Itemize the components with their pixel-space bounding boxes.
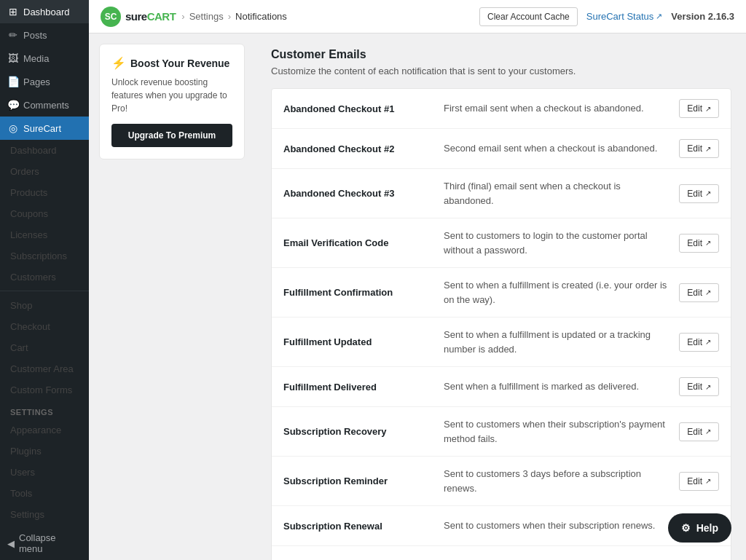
edit-button[interactable]: Edit ↗ bbox=[679, 333, 719, 352]
sc-sidebar-settings[interactable]: Settings bbox=[0, 504, 89, 525]
sc-sidebar-orders[interactable]: Orders bbox=[0, 161, 89, 182]
posts-icon: ✏ bbox=[7, 29, 19, 41]
section-subtitle: Customize the content of each notificati… bbox=[271, 66, 731, 76]
sc-sidebar-licenses[interactable]: Licenses bbox=[0, 224, 89, 245]
notification-description: Sent to customers when their subscriptio… bbox=[444, 417, 679, 446]
notification-description: Sent to customers when their subscriptio… bbox=[444, 556, 659, 560]
notification-name: Abandoned Checkout #2 bbox=[283, 143, 444, 154]
sc-sidebar-subscriptions[interactable]: Subscriptions bbox=[0, 245, 89, 267]
sc-sidebar-users[interactable]: Users bbox=[0, 462, 89, 483]
table-row: Subscription RenewalSent to customers wh… bbox=[272, 506, 731, 546]
edit-button[interactable]: Edit ↗ bbox=[679, 184, 719, 203]
edit-button[interactable]: Edit ↗ bbox=[679, 472, 719, 491]
surecart-status-link[interactable]: SureCart Status ↗ bbox=[586, 11, 663, 22]
notification-description: Sent to customers when their subscriptio… bbox=[444, 518, 679, 533]
table-row: Fulfillment ConfirmationSent to when a f… bbox=[272, 268, 731, 318]
pages-icon: 📄 bbox=[7, 76, 19, 87]
settings-section-title: Settings bbox=[0, 401, 89, 419]
sidebar-item-label: Pages bbox=[23, 76, 50, 87]
sidebar-item-comments[interactable]: 💬 Comments bbox=[0, 93, 89, 117]
sidebar-item-label: Media bbox=[23, 53, 49, 64]
table-row: Fulfillment DeliveredSent when a fulfill… bbox=[272, 367, 731, 407]
edit-button[interactable]: Edit ↗ bbox=[679, 283, 719, 302]
edit-button[interactable]: Edit ↗ bbox=[679, 422, 719, 441]
boost-card-description: Unlock revenue boosting features when yo… bbox=[111, 76, 232, 115]
sidebar-item-media[interactable]: 🖼 Media bbox=[0, 47, 89, 70]
table-row: Subscription RecoverySent to customers w… bbox=[272, 407, 731, 457]
breadcrumb: › Settings › Notifications bbox=[181, 11, 286, 22]
sidebar-item-label: SureCart bbox=[23, 123, 61, 134]
external-link-icon: ↗ bbox=[705, 477, 711, 485]
table-row: Abandoned Checkout #1First email sent wh… bbox=[272, 89, 731, 129]
sc-sidebar-tools[interactable]: Tools bbox=[0, 483, 89, 504]
edit-button[interactable]: Edit ↗ bbox=[679, 377, 719, 396]
external-link-icon: ↗ bbox=[656, 12, 662, 21]
edit-button[interactable]: Edit ↗ bbox=[679, 99, 719, 118]
external-link-icon: ↗ bbox=[705, 189, 711, 197]
help-icon: ⚙ bbox=[681, 522, 691, 534]
boost-card-header: ⚡ Boost Your Revenue bbox=[111, 56, 232, 70]
notification-description: Sent to customers to login to the custom… bbox=[444, 229, 679, 257]
version-badge: Version 2.16.3 bbox=[671, 11, 734, 22]
sidebar-item-surecart[interactable]: ◎ SureCart bbox=[0, 117, 89, 140]
clear-account-cache-button[interactable]: Clear Account Cache bbox=[479, 7, 578, 26]
notification-name: Fulfillment Updated bbox=[283, 336, 444, 347]
external-link-icon: ↗ bbox=[705, 105, 711, 113]
sc-sidebar-checkout[interactable]: Checkout bbox=[0, 316, 89, 337]
notifications-table: Abandoned Checkout #1First email sent wh… bbox=[271, 88, 731, 560]
comments-icon: 💬 bbox=[7, 99, 19, 111]
notifications-area: Customer Emails Customize the content of… bbox=[256, 33, 746, 560]
surecart-logo-icon: SC bbox=[101, 7, 121, 27]
sidebar-item-label: Comments bbox=[23, 100, 69, 111]
notification-description: Third (final) email sent when a checkout… bbox=[444, 179, 679, 208]
breadcrumb-current: Notifications bbox=[235, 11, 287, 22]
section-title: Customer Emails bbox=[271, 48, 731, 61]
sc-sidebar-cart[interactable]: Cart bbox=[0, 337, 89, 358]
notification-name: Fulfillment Delivered bbox=[283, 382, 444, 393]
sc-sidebar-custom-forms[interactable]: Custom Forms bbox=[0, 379, 89, 401]
surecart-status-label: SureCart Status bbox=[586, 11, 654, 22]
collapse-label: Collapse menu bbox=[19, 532, 82, 554]
notification-description: Sent to when a fulfillment is updated or… bbox=[444, 328, 679, 356]
boost-card: ⚡ Boost Your Revenue Unlock revenue boos… bbox=[99, 44, 245, 159]
content-inner: ⚡ Boost Your Revenue Unlock revenue boos… bbox=[89, 33, 746, 560]
external-link-icon: ↗ bbox=[705, 239, 711, 247]
sc-sidebar-coupons[interactable]: Coupons bbox=[0, 203, 89, 224]
edit-button[interactable]: Edit ↗ bbox=[679, 139, 719, 158]
left-panel: ⚡ Boost Your Revenue Unlock revenue boos… bbox=[89, 33, 256, 560]
table-row: Abandoned Checkout #2Second email sent w… bbox=[272, 129, 731, 169]
edit-button[interactable]: Edit ↗ bbox=[679, 234, 719, 253]
notification-description: Sent to customers 3 days before a subscr… bbox=[444, 467, 679, 495]
sc-sidebar-customer-area[interactable]: Customer Area bbox=[0, 358, 89, 379]
sidebar-item-dashboard[interactable]: ⊞ Dashboard bbox=[0, 0, 89, 23]
table-row: Subscription CancellationSent to custome… bbox=[272, 546, 731, 560]
breadcrumb-settings: Settings bbox=[189, 11, 224, 22]
notification-description: First email sent when a checkout is aban… bbox=[444, 101, 679, 116]
notification-name: Subscription Renewal bbox=[283, 521, 444, 532]
sidebar-item-pages[interactable]: 📄 Pages bbox=[0, 70, 89, 93]
sc-sidebar-customers[interactable]: Customers bbox=[0, 267, 89, 288]
sc-sidebar-shop[interactable]: Shop bbox=[0, 295, 89, 316]
sc-sidebar-plugins[interactable]: Plugins bbox=[0, 441, 89, 462]
media-icon: 🖼 bbox=[7, 52, 19, 64]
sidebar-item-posts[interactable]: ✏ Posts bbox=[0, 23, 89, 47]
sidebar-item-label: Posts bbox=[23, 30, 47, 41]
collapse-menu-button[interactable]: ◀ Collapse menu bbox=[0, 527, 89, 560]
help-button[interactable]: ⚙ Help bbox=[668, 513, 731, 543]
table-row: Fulfillment UpdatedSent to when a fulfil… bbox=[272, 318, 731, 367]
sidebar: ⊞ Dashboard ✏ Posts 🖼 Media 📄 Pages 💬 Co… bbox=[0, 0, 89, 560]
sidebar-item-label: Dashboard bbox=[23, 7, 70, 17]
help-label: Help bbox=[696, 522, 718, 534]
notification-name: Fulfillment Confirmation bbox=[283, 287, 444, 298]
sc-sidebar-dashboard[interactable]: Dashboard bbox=[0, 140, 89, 161]
main-area: SC sureCART › Settings › Notifications C… bbox=[89, 0, 746, 560]
collapse-icon: ◀ bbox=[7, 538, 15, 549]
notification-name: Subscription Reminder bbox=[283, 476, 444, 486]
external-link-icon: ↗ bbox=[705, 145, 711, 153]
upgrade-to-premium-button[interactable]: Upgrade To Premium bbox=[111, 124, 232, 147]
sc-sidebar-products[interactable]: Products bbox=[0, 182, 89, 203]
notification-description: Sent to when a fulfillment is created (i… bbox=[444, 278, 679, 307]
external-link-icon: ↗ bbox=[705, 338, 711, 346]
topbar: SC sureCART › Settings › Notifications C… bbox=[89, 0, 746, 33]
sc-sidebar-appearance[interactable]: Appearance bbox=[0, 419, 89, 441]
